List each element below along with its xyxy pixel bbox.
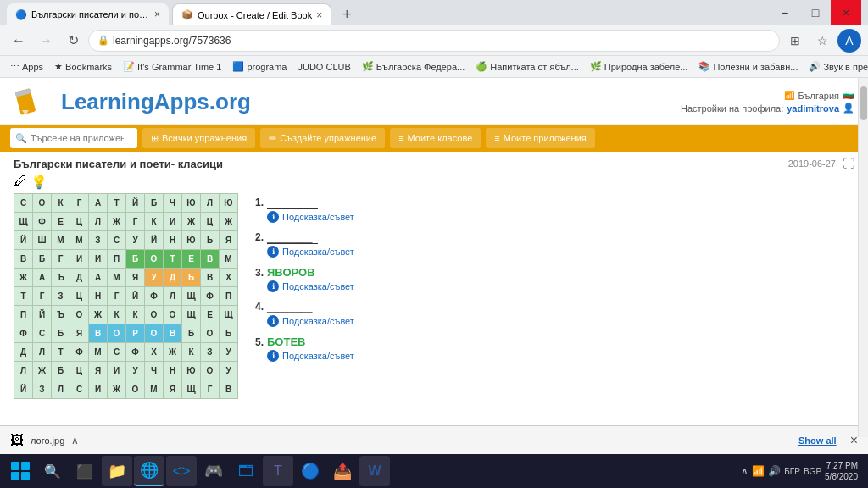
ws-cell[interactable]: Б — [33, 250, 52, 269]
start-button[interactable] — [3, 454, 37, 488]
ws-cell[interactable]: Д — [164, 269, 182, 287]
apple-bookmark[interactable]: 🍏 Напитката от ябъл... — [470, 59, 584, 74]
ws-cell[interactable]: Ж — [182, 213, 201, 231]
ws-cell[interactable]: Л — [52, 380, 70, 399]
ws-cell[interactable]: В — [201, 269, 220, 287]
ws-cell[interactable]: Н — [89, 287, 108, 306]
ws-cell[interactable]: Щ — [182, 306, 201, 324]
ws-cell[interactable]: Ю — [220, 194, 238, 213]
ws-cell[interactable]: О — [70, 306, 89, 324]
ws-cell[interactable]: Ж — [89, 306, 108, 324]
ws-cell[interactable]: У — [145, 269, 164, 287]
taskbar-search[interactable]: 🔍 — [37, 456, 68, 486]
ws-cell[interactable]: О — [201, 362, 220, 380]
taskbar-app3[interactable]: 🎮 — [198, 456, 229, 486]
ws-cell[interactable]: С — [33, 324, 52, 343]
ws-cell[interactable]: Й — [126, 194, 145, 213]
ws-cell[interactable]: Щ — [14, 213, 33, 231]
ws-cell[interactable]: Г — [70, 194, 89, 213]
ws-cell[interactable]: З — [52, 287, 70, 306]
ws-cell[interactable]: Х — [145, 343, 164, 362]
ws-cell[interactable]: В — [164, 324, 182, 343]
ws-cell[interactable]: З — [33, 380, 52, 399]
ws-cell[interactable]: И — [89, 380, 108, 399]
clock[interactable]: 7:27 PM 5/8/2020 — [825, 460, 858, 482]
clue-hint-row[interactable]: ℹ Подсказка/съвет — [267, 246, 425, 258]
ws-cell[interactable]: Ж — [33, 362, 52, 380]
ws-cell[interactable]: Й — [14, 231, 33, 250]
ws-cell[interactable]: Б — [126, 250, 145, 269]
ws-cell[interactable]: У — [220, 362, 238, 380]
search-input[interactable] — [31, 133, 124, 143]
ws-cell[interactable]: А — [89, 269, 108, 287]
apps-bookmark[interactable]: ⋯ Apps — [5, 59, 48, 74]
bookmarks-bookmark[interactable]: ★ Bookmarks — [49, 59, 117, 74]
ws-cell[interactable]: И — [164, 213, 182, 231]
ws-cell[interactable]: Е — [201, 306, 220, 324]
ws-cell[interactable]: П — [220, 287, 238, 306]
tab-2-close[interactable]: × — [316, 9, 322, 21]
nature-bookmark[interactable]: 🌿 Природна забеле... — [585, 59, 693, 74]
ws-cell[interactable]: Ш — [33, 231, 52, 250]
all-exercises-button[interactable]: ⊞ Всички упражнения — [142, 128, 255, 148]
ws-cell[interactable]: Б — [52, 324, 70, 343]
ws-cell[interactable]: Л — [164, 287, 182, 306]
ws-cell[interactable]: О — [145, 324, 164, 343]
tab-1-close[interactable]: × — [154, 8, 160, 20]
taskbar-app4[interactable]: 🗔 — [231, 456, 261, 486]
hidden-icons-button[interactable]: ∧ — [741, 465, 748, 477]
ws-cell[interactable]: С — [108, 343, 126, 362]
show-all-button[interactable]: Show all — [798, 435, 837, 446]
ws-cell[interactable]: Е — [182, 250, 201, 269]
ws-cell[interactable]: М — [145, 380, 164, 399]
ws-cell[interactable]: Щ — [182, 287, 201, 306]
taskbar-files[interactable]: 📁 — [102, 456, 132, 486]
ws-cell[interactable]: Б — [145, 194, 164, 213]
ws-cell[interactable]: М — [89, 343, 108, 362]
ws-cell[interactable]: Г — [108, 287, 126, 306]
ws-cell[interactable]: Ц — [70, 362, 89, 380]
ws-cell[interactable]: О — [33, 194, 52, 213]
new-tab-button[interactable]: + — [335, 3, 359, 26]
ws-cell[interactable]: Г — [33, 287, 52, 306]
ws-cell[interactable]: Ъ — [52, 269, 70, 287]
ws-cell[interactable]: Ъ — [52, 306, 70, 324]
taskbar-teams[interactable]: T — [263, 456, 293, 486]
judo-bookmark[interactable]: JUDO CLUB — [292, 60, 355, 74]
ws-cell[interactable]: Л — [14, 362, 33, 380]
ws-cell[interactable]: Ю — [182, 231, 201, 250]
ws-cell[interactable]: Ц — [70, 213, 89, 231]
ws-cell[interactable]: О — [201, 324, 220, 343]
ws-cell[interactable]: Б — [52, 362, 70, 380]
tab-1[interactable]: 🔵 Български писатели и поети-к... × — [7, 3, 169, 25]
ws-cell[interactable]: С — [70, 380, 89, 399]
ws-cell[interactable]: Ж — [108, 213, 126, 231]
ws-cell[interactable]: Й — [145, 231, 164, 250]
ws-cell[interactable]: У — [126, 362, 145, 380]
ws-cell[interactable]: Ь — [182, 269, 201, 287]
ws-cell[interactable]: В — [89, 324, 108, 343]
extensions-icon[interactable]: ⊞ — [783, 29, 807, 53]
my-apps-button[interactable]: ≡ Моите приложения — [486, 128, 594, 148]
ws-cell[interactable]: Ю — [182, 362, 201, 380]
forward-button[interactable]: → — [34, 29, 58, 53]
clue-hint-row[interactable]: ℹ Подсказка/съвет — [267, 315, 425, 327]
taskbar-app5[interactable]: 🔵 — [295, 456, 326, 486]
ws-cell[interactable]: Ж — [108, 380, 126, 399]
ws-cell[interactable]: К — [126, 306, 145, 324]
bulfed-bookmark[interactable]: 🌿 Българска Федера... — [357, 59, 470, 74]
ws-cell[interactable]: Щ — [182, 380, 201, 399]
ws-cell[interactable]: И — [89, 250, 108, 269]
ws-cell[interactable]: М — [220, 250, 238, 269]
ws-cell[interactable]: Я — [89, 362, 108, 380]
ws-cell[interactable]: Т — [14, 287, 33, 306]
ws-cell[interactable]: Ц — [70, 287, 89, 306]
ws-cell[interactable]: О — [126, 380, 145, 399]
ws-cell[interactable]: Ж — [220, 213, 238, 231]
ws-cell[interactable]: З — [89, 231, 108, 250]
address-bar[interactable]: 🔒 learningapps.org/7573636 — [88, 30, 780, 52]
taskbar-chrome[interactable]: 🌐 — [134, 456, 164, 486]
ws-cell[interactable]: М — [70, 231, 89, 250]
useful-bookmark[interactable]: 📚 Полезни и забавн... — [693, 59, 803, 74]
ws-cell[interactable]: Ж — [164, 343, 182, 362]
